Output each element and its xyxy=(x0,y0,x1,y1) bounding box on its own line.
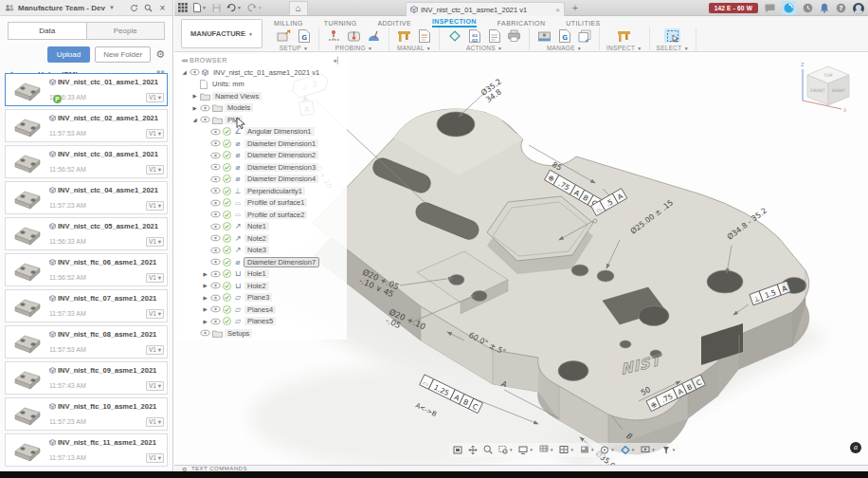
viewport[interactable]: NISTØ35.234.8▱ .2A85⊕.75ABC⌓.5AØ25.00 ± … xyxy=(174,52,868,465)
ribbon-group-label[interactable]: SELECT▼ xyxy=(657,45,689,51)
tree-caret-icon[interactable]: ▶ xyxy=(202,271,208,277)
file-card[interactable]: INV_nist_ctc_05_asme1_202111:56:33 AMV1 … xyxy=(5,217,168,250)
gdoc-icon[interactable]: G xyxy=(556,28,572,43)
review-check-icon[interactable] xyxy=(223,269,231,278)
user-avatar[interactable] xyxy=(853,3,864,14)
team-caret-icon[interactable]: ▼ xyxy=(109,5,115,10)
visibility-eye-icon[interactable] xyxy=(190,68,200,76)
window-zoom-icon[interactable]: ▼ xyxy=(498,445,513,455)
file-card[interactable]: INV_nist_ftc_08_asme1_202111:57:53 AMV1 … xyxy=(5,325,168,358)
comments-icon[interactable] xyxy=(765,4,775,13)
file-card[interactable]: INV_nist_ftc_09_asme1_202111:57:43 AMV1 … xyxy=(5,361,168,395)
browser-grip-icon[interactable]: ◂◂ xyxy=(181,56,187,64)
g1g2-icon[interactable]: G1G2 xyxy=(466,28,482,43)
tree-node-diameter-dimension3[interactable]: ⌀Diameter Dimension3 xyxy=(177,161,347,174)
caliper-icon[interactable] xyxy=(396,28,412,43)
look-at-icon[interactable]: ▼ xyxy=(641,445,655,455)
tree-caret-icon[interactable]: ▶ xyxy=(202,319,208,324)
document-tab[interactable]: INV_nist_ctc_01_asme1_2021 v1 × xyxy=(406,2,565,16)
browser-options-icon[interactable]: ●▏ xyxy=(333,57,343,64)
tree-node-hole2[interactable]: ▶⊔Hole2 xyxy=(177,280,347,292)
visibility-eye-icon[interactable] xyxy=(210,223,221,230)
tree-node-note3[interactable]: ↗Note3 xyxy=(177,245,347,257)
probe-surface-icon[interactable] xyxy=(366,28,382,43)
panel-tab-people[interactable]: People xyxy=(87,23,165,39)
grid-icon[interactable]: ▼ xyxy=(539,445,553,455)
tree-node-models[interactable]: ▶Models xyxy=(177,102,347,115)
file-version-badge[interactable]: V1 ▾ xyxy=(146,273,164,283)
tree-caret-icon[interactable]: ▶ xyxy=(191,93,198,99)
tab-close-icon[interactable]: × xyxy=(555,6,560,14)
probe-wcs-icon[interactable] xyxy=(326,28,342,43)
file-version-badge[interactable]: V1 ▾ xyxy=(146,417,164,427)
visibility-eye-icon[interactable] xyxy=(210,199,221,207)
history-icon[interactable] xyxy=(803,3,813,13)
browser-header[interactable]: ◂◂ BROWSER ●▏ xyxy=(177,54,347,66)
save-icon[interactable] xyxy=(212,4,221,12)
ribbon-group-label[interactable]: MANUAL▼ xyxy=(397,45,431,51)
report-icon[interactable] xyxy=(416,28,432,43)
new-tab-icon[interactable]: + xyxy=(572,3,578,13)
file-card[interactable]: INV_nist_ftc_10_asme1_202111:57:23 AMV1 … xyxy=(5,397,168,431)
visibility-eye-icon[interactable] xyxy=(210,270,221,278)
file-version-badge[interactable]: V1 ▾ xyxy=(146,201,164,211)
orbit-icon[interactable]: ▼ xyxy=(600,445,614,455)
review-check-icon[interactable] xyxy=(223,234,231,243)
review-check-icon[interactable] xyxy=(223,175,231,183)
tree-node-profile-of-surface1[interactable]: ⌓Profile of surface1 xyxy=(177,197,347,210)
tree-node-angular-dimension1[interactable]: ∠Angular Dimension1 xyxy=(177,126,347,138)
file-version-badge[interactable]: V1 ▾ xyxy=(146,165,164,175)
file-version-badge[interactable]: V1 ▾ xyxy=(146,453,164,463)
app-grid-icon[interactable] xyxy=(178,3,188,12)
review-check-icon[interactable] xyxy=(223,305,231,314)
sheets-icon[interactable] xyxy=(576,28,592,43)
workspace-selector[interactable]: MANUFACTURE▼ xyxy=(181,19,262,48)
caliper-icon[interactable] xyxy=(616,28,632,43)
assistant-icon[interactable]: a xyxy=(850,442,861,453)
file-card[interactable]: INV_nist_ftc_11_asme1_202111:57:13 AMV1 … xyxy=(5,433,168,467)
tree-caret-icon[interactable]: ▶ xyxy=(191,105,198,111)
review-check-icon[interactable] xyxy=(223,211,231,219)
file-version-badge[interactable]: V1 ▾ xyxy=(146,345,164,355)
review-check-icon[interactable] xyxy=(223,246,231,254)
ribbon-group-label[interactable]: PROBING▼ xyxy=(335,45,372,51)
tree-node-planes4[interactable]: ▶▱Planes4 xyxy=(177,303,347,316)
visibility-eye-icon[interactable] xyxy=(210,187,221,194)
visibility-eye-icon[interactable] xyxy=(210,234,221,242)
search-icon[interactable] xyxy=(143,3,154,13)
review-check-icon[interactable] xyxy=(223,187,231,195)
panel-settings-gear-icon[interactable]: ⚙ xyxy=(155,48,165,61)
tree-node-pmi[interactable]: ◢PMI xyxy=(177,114,347,126)
visibility-eye-icon[interactable] xyxy=(200,116,210,123)
constrained-orbit-icon[interactable]: ▼ xyxy=(621,445,635,455)
viewports-icon[interactable]: ▼ xyxy=(559,445,573,455)
tree-node-diameter-dimension1[interactable]: ⌀Diameter Dimension1 xyxy=(177,138,347,150)
tree-node-hole1[interactable]: ▶⊔Hole1 xyxy=(177,268,347,281)
visibility-eye-icon[interactable] xyxy=(210,318,221,325)
file-version-badge[interactable]: V1 ▾ xyxy=(146,93,164,102)
review-check-icon[interactable] xyxy=(223,151,231,159)
review-check-icon[interactable] xyxy=(223,293,231,302)
refresh-icon[interactable] xyxy=(129,3,139,13)
review-check-icon[interactable] xyxy=(223,317,231,325)
tree-node-units-mm[interactable]: Units: mm xyxy=(177,79,347,91)
review-check-icon[interactable] xyxy=(223,139,231,148)
review-check-icon[interactable] xyxy=(223,163,231,172)
visibility-eye-icon[interactable] xyxy=(210,247,221,254)
ribbon-tab-additive[interactable]: ADDITIVE xyxy=(378,20,411,28)
review-check-icon[interactable] xyxy=(223,282,231,290)
tree-node-perpendicularity1[interactable]: ⊥Perpendicularity1 xyxy=(177,185,347,197)
visibility-eye-icon[interactable] xyxy=(200,104,210,112)
tree-node-profile-of-surface2[interactable]: ⌓Profile of surface2 xyxy=(177,209,347,221)
tree-node-setups[interactable]: Setups xyxy=(177,327,347,340)
tree-caret-icon[interactable]: ▶ xyxy=(202,283,208,288)
ribbon-group-label[interactable]: INSPECT▼ xyxy=(606,45,642,51)
file-card[interactable]: INV_nist_ctc_04_asme1_202111:57:23 AMV1 … xyxy=(5,181,168,214)
status-bar[interactable]: ⚙ TEXT COMMANDS xyxy=(174,465,868,471)
file-card[interactable]: INV_nist_ftc_06_asme1_202111:56:52 AMV1 … xyxy=(5,253,168,286)
tree-node-diameter-dimension7[interactable]: ⌀Diameter Dimension7 xyxy=(177,256,347,268)
file-card[interactable]: INV_nist_ctc_03_asme1_202111:56:52 AMV1 … xyxy=(5,145,168,178)
ribbon-tab-milling[interactable]: MILLING xyxy=(274,20,303,28)
visibility-eye-icon[interactable] xyxy=(210,152,221,159)
undo-icon[interactable]: ▼ xyxy=(226,4,242,12)
